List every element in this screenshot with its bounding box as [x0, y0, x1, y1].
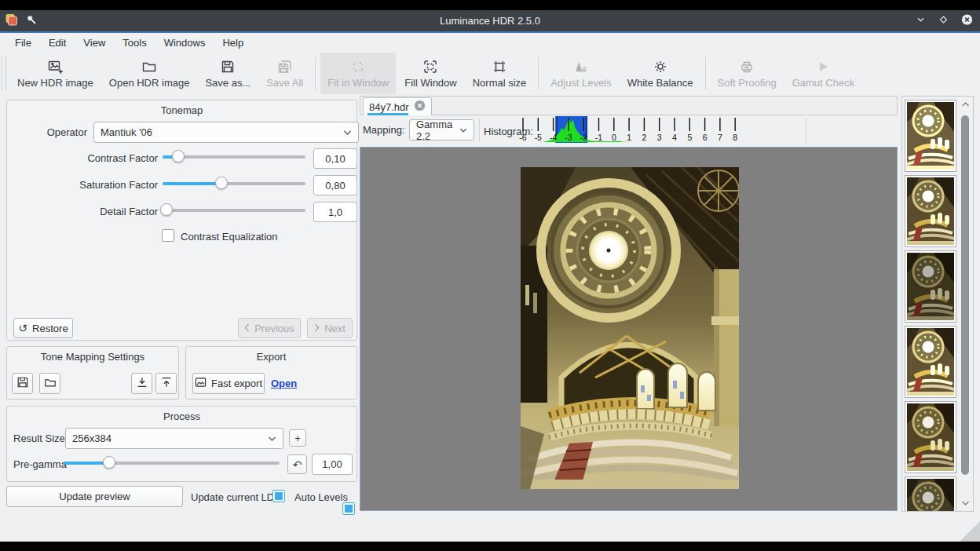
svg-text:2: 2 — [642, 133, 646, 142]
update-current-ldr-checkbox[interactable] — [272, 490, 285, 502]
detail-factor-slider[interactable] — [163, 203, 305, 218]
svg-text:5: 5 — [687, 133, 692, 142]
white-balance-icon — [653, 59, 668, 75]
toolbar-drag-handle[interactable] — [2, 57, 6, 90]
hdr-thumbnail[interactable] — [905, 250, 956, 323]
contrast-equalization-label: Contrast Equalization — [181, 231, 278, 243]
hdr-thumbnail[interactable] — [905, 175, 956, 247]
previous-button[interactable]: Previous — [238, 318, 301, 338]
toolbar-button-open-hdr-image[interactable]: Open HDR image — [102, 53, 197, 94]
load-settings-button[interactable] — [39, 373, 60, 394]
scrollbar-handle[interactable] — [961, 115, 969, 475]
mapping-value: Gamma 2.2 — [416, 119, 459, 142]
result-size-combobox[interactable]: 256x384 — [65, 428, 283, 449]
auto-levels-checkbox[interactable] — [342, 502, 355, 515]
toolbar-button-soft-proofing[interactable]: Soft Proofing — [711, 53, 784, 94]
toolbar-button-fit-in-window[interactable]: Fit in Window — [320, 53, 396, 94]
apply-settings-button[interactable] — [131, 373, 152, 394]
next-button[interactable]: Next — [307, 318, 353, 338]
export-settings-button[interactable] — [155, 373, 177, 394]
menu-edit[interactable]: Edit — [40, 35, 75, 51]
restore-icon: ↺ — [18, 323, 27, 334]
screen: Luminance HDR 2.5.0 File Edit View Tools… — [0, 0, 980, 551]
detail-factor-label: Detail Factor — [7, 206, 158, 217]
image-icon — [195, 377, 207, 390]
process-panel: Process Result Size 256x384 + Pre-gamma … — [6, 406, 357, 482]
hdr-thumbnail[interactable] — [905, 326, 956, 398]
svg-text:-5: -5 — [535, 133, 542, 142]
pregamma-reset-button[interactable]: ↶ — [287, 454, 307, 474]
svg-text:3: 3 — [657, 133, 662, 142]
scroll-down-icon[interactable] — [959, 497, 971, 509]
minimize-button[interactable] — [915, 14, 927, 28]
toolbar-button-white-balance[interactable]: White Balance — [620, 53, 700, 94]
mapping-combobox[interactable]: Gamma 2.2 — [409, 119, 474, 140]
pin-icon[interactable] — [26, 14, 37, 28]
menubar: File Edit View Tools Windows Help — [0, 33, 980, 52]
export-panel: Export Fast export Open — [185, 346, 357, 400]
saturation-factor-label: Saturation Factor — [7, 179, 158, 191]
svg-text:1: 1 — [627, 133, 631, 142]
open-link[interactable]: Open — [271, 378, 297, 389]
add-size-button[interactable]: + — [289, 429, 306, 447]
pregamma-value[interactable]: 1,00 — [312, 454, 353, 475]
toolbar-separator — [538, 57, 539, 89]
contrast-equalization-checkbox[interactable] — [162, 229, 174, 242]
svg-text:-2: -2 — [580, 133, 587, 142]
hdr-thumbnail[interactable] — [905, 476, 956, 512]
export-title: Export — [186, 351, 357, 363]
process-title: Process — [7, 411, 357, 422]
toolbar-button-save-as[interactable]: Save as... — [198, 53, 258, 94]
tab-active-underline — [368, 113, 408, 115]
sidebar-scrollbar[interactable] — [959, 98, 971, 509]
hdr-thumbnail[interactable] — [905, 401, 956, 473]
close-button[interactable] — [960, 13, 974, 29]
hdr-preview-image — [521, 167, 739, 489]
update-preview-button[interactable]: Update preview — [6, 486, 183, 507]
operator-label: Operator — [7, 126, 87, 138]
saturation-factor-value[interactable]: 0,80 — [313, 175, 357, 195]
menu-help[interactable]: Help — [214, 35, 252, 51]
fast-export-button[interactable]: Fast export — [192, 373, 265, 394]
menu-file[interactable]: File — [6, 35, 40, 51]
contrast-factor-value[interactable]: 0,10 — [313, 148, 357, 169]
contrast-factor-slider[interactable] — [163, 149, 305, 165]
restore-button[interactable]: ↺ Restore — [13, 318, 73, 338]
viewer-canvas[interactable] — [360, 147, 898, 511]
tab-84y7-hdr[interactable]: 84y7.hdr — [363, 97, 432, 115]
detail-factor-value[interactable]: 1,0 — [313, 202, 357, 222]
hdr-thumbnail[interactable] — [905, 100, 956, 172]
svg-text:-6: -6 — [519, 133, 526, 142]
toolbar-button-gamut-check[interactable]: Gamut Check — [785, 53, 861, 94]
operator-combobox[interactable]: Mantiuk '06 — [93, 122, 359, 143]
menu-windows[interactable]: Windows — [155, 35, 214, 51]
pregamma-slider[interactable] — [64, 455, 280, 471]
menu-view[interactable]: View — [75, 35, 114, 51]
arrow-up-icon — [160, 376, 173, 391]
svg-text:6: 6 — [703, 133, 708, 142]
contrast-factor-label: Contrast Factor — [7, 152, 158, 164]
toolbar-button-fill-window[interactable]: Fill Window — [397, 53, 463, 94]
fill-window-icon — [422, 59, 438, 75]
gamut-check-icon — [815, 59, 831, 75]
save-settings-button[interactable] — [12, 373, 33, 394]
toolbar-button-new-hdr-image[interactable]: New HDR image — [10, 53, 101, 94]
histogram-widget[interactable]: -6-5-4-3-2-1012345678 — [512, 116, 806, 144]
maximize-button[interactable] — [938, 14, 949, 28]
toolbar-button-normal-size[interactable]: Normal size — [466, 53, 534, 94]
toolbar-button-adjust-levels[interactable]: Adjust Levels — [543, 53, 618, 94]
toolbar-separator — [315, 57, 316, 89]
tab-close-icon[interactable] — [414, 100, 426, 114]
chevron-down-icon — [268, 432, 276, 444]
chevron-down-icon — [459, 124, 467, 136]
svg-text:8: 8 — [733, 133, 737, 142]
save-all-icon — [277, 59, 293, 75]
saturation-factor-slider[interactable] — [163, 176, 305, 192]
toolbar-button-save-all[interactable]: Save All — [259, 53, 310, 94]
svg-text:7: 7 — [718, 133, 722, 142]
thumbnail-list — [905, 100, 960, 512]
viewer-tabbar: 84y7.hdr — [360, 96, 898, 115]
result-size-value: 256x384 — [72, 432, 112, 444]
scroll-up-icon[interactable] — [959, 98, 971, 111]
menu-tools[interactable]: Tools — [114, 35, 155, 51]
